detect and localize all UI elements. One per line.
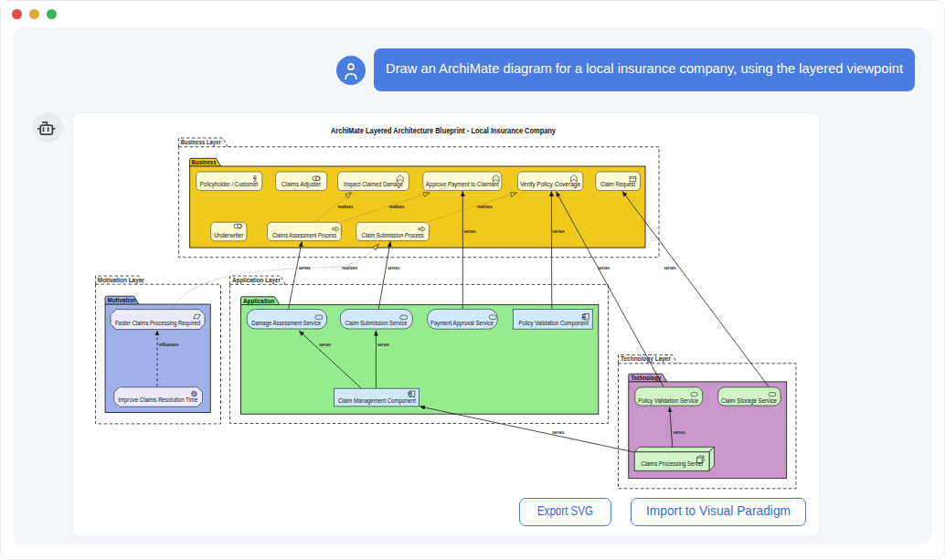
svg-text:Verify Policy Coverage: Verify Policy Coverage xyxy=(520,181,580,188)
svg-text:serves: serves xyxy=(552,429,564,435)
svg-text:Application: Application xyxy=(243,298,275,305)
svg-text:Faster Claims Processing Requi: Faster Claims Processing Required xyxy=(115,320,200,327)
svg-text:Policyholder / Customer: Policyholder / Customer xyxy=(200,181,260,188)
svg-text:Motivation: Motivation xyxy=(108,297,136,303)
svg-text:serves: serves xyxy=(377,342,389,347)
svg-text:serves: serves xyxy=(674,429,685,435)
svg-text:Claim Submission Service: Claim Submission Service xyxy=(345,320,408,326)
svg-text:Inspect Claimed Damage: Inspect Claimed Damage xyxy=(344,181,403,188)
svg-text:Policy Validation Service: Policy Validation Service xyxy=(638,397,698,405)
svg-text:Import to Visual Paradigm: Import to Visual Paradigm xyxy=(646,503,791,518)
svg-text:realizes: realizes xyxy=(338,204,354,209)
svg-text:realizes: realizes xyxy=(389,204,405,209)
svg-text:Motivation Layer: Motivation Layer xyxy=(98,277,144,284)
svg-text:Claim Storage Service: Claim Storage Service xyxy=(721,397,777,405)
svg-text:realizes: realizes xyxy=(342,265,357,270)
svg-text:serves: serves xyxy=(664,265,675,270)
svg-text:Business Layer: Business Layer xyxy=(181,139,221,146)
svg-text:Technology Layer: Technology Layer xyxy=(621,355,671,363)
svg-text:Claim Submission Process: Claim Submission Process xyxy=(362,232,424,238)
svg-text:Claims Adjuster: Claims Adjuster xyxy=(281,181,322,188)
svg-text:Claims Assessment Process: Claims Assessment Process xyxy=(272,232,336,238)
svg-text:Claim Request: Claim Request xyxy=(600,181,635,188)
svg-text:serves: serves xyxy=(463,228,475,234)
svg-text:ArchiMate Layered Architecture: ArchiMate Layered Architecture Blueprint… xyxy=(331,126,556,135)
svg-text:serves: serves xyxy=(598,265,610,270)
svg-text:Damage Assessment Service: Damage Assessment Service xyxy=(251,320,321,327)
svg-text:serves: serves xyxy=(299,265,311,270)
svg-text:serves: serves xyxy=(388,265,399,270)
svg-text:Business: Business xyxy=(192,159,217,165)
svg-text:serves: serves xyxy=(319,342,331,347)
svg-text:influences: influences xyxy=(159,342,179,347)
svg-text:serves: serves xyxy=(552,228,564,234)
svg-text:Claims Processing Server: Claims Processing Server xyxy=(641,460,704,468)
svg-text:Claim Management Component: Claim Management Component xyxy=(338,397,416,405)
svg-text:Policy Validation Component: Policy Validation Component xyxy=(519,320,589,327)
svg-text:Draw an ArchiMate diagram for: Draw an ArchiMate diagram for a local in… xyxy=(386,61,903,76)
svg-text:Technology: Technology xyxy=(631,375,661,382)
svg-text:Underwriter: Underwriter xyxy=(214,232,244,238)
svg-text:Improve Claims Resolution Time: Improve Claims Resolution Time xyxy=(118,396,197,404)
svg-text:Approve Payment to Claimant: Approve Payment to Claimant xyxy=(426,181,499,188)
svg-text:Payment Approval Service: Payment Approval Service xyxy=(430,320,494,327)
svg-text:Application Layer: Application Layer xyxy=(232,277,281,284)
svg-text:Export SVG: Export SVG xyxy=(537,503,593,518)
svg-text:realizes: realizes xyxy=(477,204,493,209)
